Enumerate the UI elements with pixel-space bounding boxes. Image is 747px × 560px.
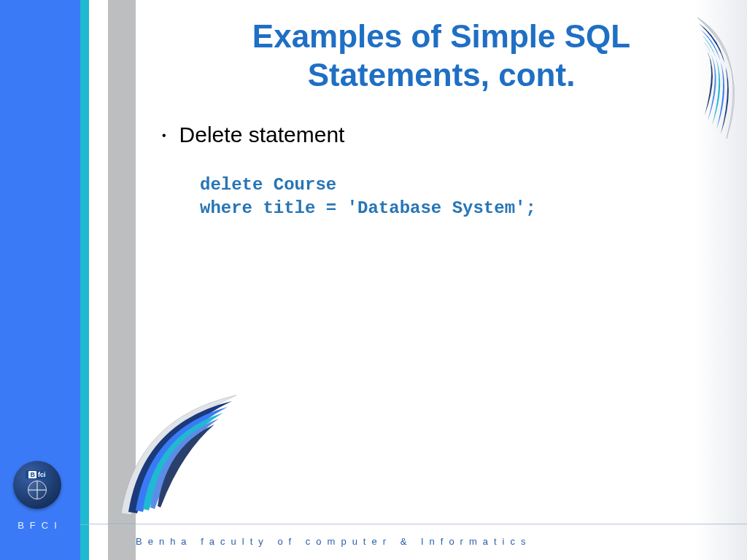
bullet-text: Delete statement bbox=[179, 122, 345, 147]
teal-accent-stripe bbox=[80, 0, 89, 560]
grey-accent-stripe bbox=[108, 0, 136, 560]
bullet-list: • Delete statement delete Course where t… bbox=[162, 122, 747, 221]
footer-text: Benha faculty of computer & Informatics bbox=[136, 536, 532, 547]
title-line-2: Statements, cont. bbox=[308, 57, 576, 93]
logo-text: B fci bbox=[26, 470, 48, 479]
sql-code-block: delete Course where title = 'Database Sy… bbox=[200, 174, 747, 221]
list-item: • Delete statement bbox=[162, 122, 747, 147]
globe-icon bbox=[28, 481, 47, 499]
slide-title: Examples of Simple SQL Statements, cont. bbox=[136, 18, 747, 95]
bfci-logo-icon: B fci bbox=[13, 461, 61, 509]
bullet-icon: • bbox=[162, 130, 166, 141]
footer-divider bbox=[80, 524, 747, 525]
sidebar-acronym: BFCI bbox=[0, 520, 80, 531]
title-line-1: Examples of Simple SQL bbox=[252, 18, 630, 54]
slide-content: Examples of Simple SQL Statements, cont.… bbox=[136, 0, 747, 560]
